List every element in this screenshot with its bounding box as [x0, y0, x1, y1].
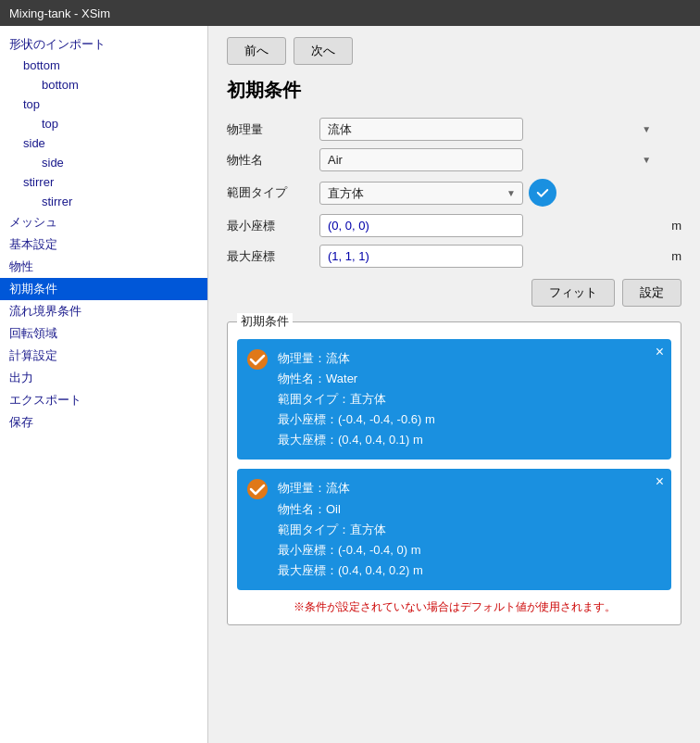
title-bar: Mixing-tank - XSim: [0, 0, 700, 26]
condition-card-1: × 物理量：流体 物性名：Water 範囲タイプ：直方体 最小座標：(-0.4,…: [237, 339, 671, 460]
sidebar-item-physics[interactable]: 物性: [0, 256, 207, 278]
fit-set-row: フィット 設定: [227, 279, 681, 307]
card-content-1: 物理量：流体 物性名：Water 範囲タイプ：直方体 最小座標：(-0.4, -…: [278, 348, 660, 450]
content-area: 前へ 次へ 初期条件 物理量 流体 ▼ 物性名 Air Water Oil: [208, 26, 700, 743]
max-input[interactable]: [319, 245, 523, 268]
prev-button[interactable]: 前へ: [227, 37, 286, 65]
range-row: 直方体 ▼: [319, 179, 658, 207]
nav-buttons: 前へ 次へ: [227, 37, 681, 65]
sidebar-item-mesh[interactable]: メッシュ: [0, 211, 207, 233]
sidebar-item-basic[interactable]: 基本設定: [0, 233, 207, 256]
sidebar-item-side2[interactable]: side: [0, 153, 207, 172]
sidebar: 形状のインポートbottombottomtoptopsidesidestirre…: [0, 26, 208, 743]
condition-card-2: × 物理量：流体 物性名：Oil 範囲タイプ：直方体 最小座標：(-0.4, -…: [237, 469, 671, 589]
sidebar-item-output[interactable]: 出力: [0, 367, 207, 389]
card-min-2: 最小座標：(-0.4, -0.4, 0) m: [278, 540, 660, 560]
min-label: 最小座標: [227, 218, 310, 234]
card-property-2: 物性名：Oil: [278, 499, 660, 520]
app-title: Mixing-tank - XSim: [9, 6, 110, 20]
min-input[interactable]: [319, 214, 523, 237]
card-range-1: 範囲タイプ：直方体: [278, 389, 660, 409]
next-button[interactable]: 次へ: [294, 37, 353, 65]
physics-select-arrow: ▼: [642, 124, 651, 134]
sidebar-item-save[interactable]: 保存: [0, 411, 207, 434]
card-max-2: 最大座標：(0.4, 0.4, 0.2) m: [278, 560, 660, 581]
sidebar-item-boundary[interactable]: 流れ境界条件: [0, 300, 207, 322]
check-button[interactable]: [529, 179, 556, 207]
physics-select-wrap: 流体 ▼: [319, 118, 658, 141]
card-icon-2: [246, 478, 269, 500]
sidebar-item-bottom2[interactable]: bottom: [0, 75, 207, 94]
card-range-2: 範囲タイプ：直方体: [278, 520, 660, 540]
property-select-wrap: Air Water Oil ▼: [319, 148, 658, 171]
card-icon-1: [246, 348, 269, 371]
conditions-group-label: 初期条件: [237, 313, 293, 330]
fit-button[interactable]: フィット: [531, 279, 615, 307]
card-physics-1: 物理量：流体: [278, 348, 660, 369]
sidebar-item-side1[interactable]: side: [0, 133, 207, 153]
property-label: 物性名: [227, 152, 310, 169]
sidebar-item-top1[interactable]: top: [0, 94, 207, 114]
sidebar-item-rotation[interactable]: 回転領域: [0, 322, 207, 345]
sidebar-item-bottom1[interactable]: bottom: [0, 56, 207, 75]
range-select-wrap: 直方体 ▼: [319, 182, 523, 205]
range-select[interactable]: 直方体: [319, 182, 523, 205]
sidebar-item-import[interactable]: 形状のインポート: [0, 33, 207, 56]
conditions-list: × 物理量：流体 物性名：Water 範囲タイプ：直方体 最小座標：(-0.4,…: [237, 339, 671, 590]
sidebar-item-calc[interactable]: 計算設定: [0, 345, 207, 367]
sidebar-item-top2[interactable]: top: [0, 114, 207, 133]
range-label: 範囲タイプ: [227, 184, 310, 201]
card-physics-2: 物理量：流体: [278, 478, 660, 498]
note-text: ※条件が設定されていない場合はデフォルト値が使用されます。: [237, 599, 671, 615]
card-content-2: 物理量：流体 物性名：Oil 範囲タイプ：直方体 最小座標：(-0.4, -0.…: [278, 478, 660, 580]
card-max-1: 最大座標：(0.4, 0.4, 0.1) m: [278, 430, 660, 450]
card-property-1: 物性名：Water: [278, 369, 660, 389]
close-card-1[interactable]: ×: [656, 345, 664, 359]
max-label: 最大座標: [227, 248, 310, 265]
property-select-arrow: ▼: [642, 155, 651, 165]
page-title: 初期条件: [227, 78, 681, 103]
physics-select[interactable]: 流体: [319, 118, 523, 141]
physics-label: 物理量: [227, 121, 310, 138]
card-min-1: 最小座標：(-0.4, -0.4, -0.6) m: [278, 409, 660, 430]
sidebar-item-export[interactable]: エクスポート: [0, 389, 207, 411]
set-button[interactable]: 設定: [622, 279, 681, 307]
close-card-2[interactable]: ×: [656, 474, 664, 489]
sidebar-item-initial[interactable]: 初期条件: [0, 278, 207, 300]
sidebar-item-stirrer2[interactable]: stirrer: [0, 192, 207, 211]
form-grid: 物理量 流体 ▼ 物性名 Air Water Oil ▼ 範囲タイプ: [227, 118, 681, 268]
property-select[interactable]: Air Water Oil: [319, 148, 523, 171]
min-unit: m: [668, 219, 681, 233]
initial-conditions-box: 初期条件 × 物理量：流体 物性名：Water 範囲タイプ：直方体 最小座標：(…: [227, 321, 681, 625]
max-unit: m: [668, 249, 681, 263]
sidebar-item-stirrer1[interactable]: stirrer: [0, 172, 207, 192]
